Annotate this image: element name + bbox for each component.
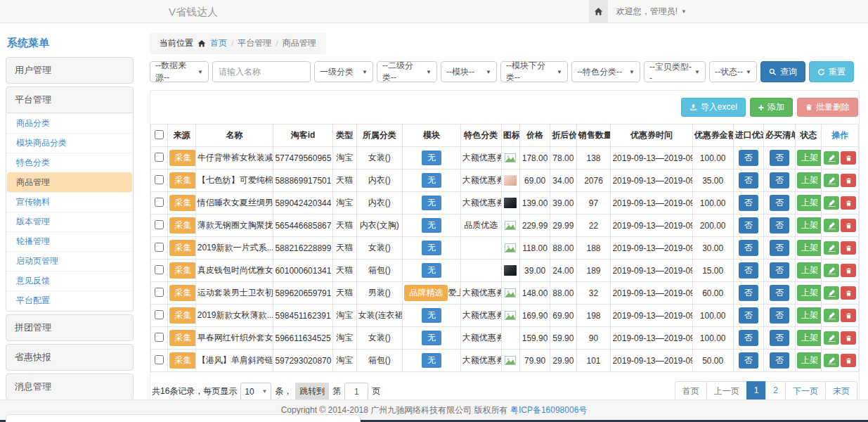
edit-button[interactable] [824, 354, 839, 367]
import-pick-toggle[interactable]: 否 [739, 285, 758, 301]
row-checkbox[interactable] [155, 310, 164, 319]
sidebar-item[interactable]: 商品分类 [7, 114, 132, 133]
delete-button[interactable] [841, 309, 856, 322]
reset-button[interactable]: 重置 [809, 61, 854, 82]
page-button[interactable]: 2 [765, 381, 786, 402]
import-pick-toggle[interactable]: 否 [739, 262, 758, 279]
module-badge[interactable]: 无 [422, 241, 441, 255]
import-pick-toggle[interactable]: 否 [739, 330, 758, 346]
edit-button[interactable] [824, 241, 839, 255]
delete-button[interactable] [841, 354, 856, 367]
status-toggle[interactable]: 上架 [797, 217, 822, 234]
module-badge[interactable]: 无 [422, 353, 441, 368]
sidebar-item[interactable]: 商品管理 [7, 172, 132, 192]
status-toggle[interactable]: 上架 [797, 195, 822, 211]
filter-select[interactable]: --特色分类--▼ [571, 61, 640, 82]
delete-button[interactable] [841, 331, 856, 345]
edit-button[interactable] [824, 174, 839, 187]
must-buy-toggle[interactable]: 否 [770, 285, 789, 301]
import-pick-toggle[interactable]: 否 [739, 195, 758, 211]
sidebar-item[interactable]: 特色分类 [7, 153, 132, 172]
page-button[interactable]: 上一页 [706, 381, 747, 402]
add-button[interactable]: + 添加 [750, 98, 793, 117]
import-pick-toggle[interactable]: 否 [739, 217, 758, 234]
status-toggle[interactable]: 上架 [797, 307, 822, 324]
status-toggle[interactable]: 上架 [797, 240, 822, 256]
page-button[interactable]: 1 [746, 381, 767, 402]
sidebar-item[interactable]: 宣传物料 [7, 192, 132, 212]
module-badge[interactable]: 无 [422, 196, 441, 210]
batch-delete-button[interactable]: 批量删除 [797, 98, 858, 117]
filter-select[interactable]: 一级分类▼ [314, 61, 373, 82]
must-buy-toggle[interactable]: 否 [770, 150, 789, 166]
delete-button[interactable] [841, 264, 856, 277]
row-checkbox[interactable] [155, 220, 164, 229]
user-menu[interactable]: 欢迎您，管理员! ▼ [608, 0, 695, 23]
module-badge[interactable]: 无 [422, 151, 441, 165]
sidebar-item[interactable]: 启动页管理 [7, 251, 132, 271]
row-checkbox[interactable] [155, 175, 164, 184]
delete-button[interactable] [841, 241, 856, 255]
edit-button[interactable] [824, 219, 839, 232]
must-buy-toggle[interactable]: 否 [770, 240, 789, 256]
row-checkbox[interactable] [155, 333, 164, 342]
module-badge[interactable]: 无 [422, 173, 441, 188]
must-buy-toggle[interactable]: 否 [770, 330, 789, 346]
status-toggle[interactable]: 上架 [797, 172, 822, 188]
query-button[interactable]: 查询 [760, 61, 805, 82]
filter-select[interactable]: --模块--▼ [441, 61, 497, 82]
page-button[interactable]: 末页 [825, 381, 857, 402]
edit-button[interactable] [824, 264, 839, 277]
status-toggle[interactable]: 上架 [797, 330, 822, 346]
import-excel-button[interactable]: 导入excel [681, 98, 746, 117]
must-buy-toggle[interactable]: 否 [770, 307, 789, 324]
must-buy-toggle[interactable]: 否 [770, 195, 789, 211]
sidebar-item[interactable]: 意见反馈 [7, 271, 132, 290]
edit-button[interactable] [824, 309, 839, 322]
import-pick-toggle[interactable]: 否 [739, 150, 758, 166]
sidebar-item[interactable]: 版本管理 [7, 212, 132, 231]
delete-button[interactable] [841, 151, 856, 165]
icp-link[interactable]: 粤ICP备16098006号 [510, 405, 587, 415]
must-buy-toggle[interactable]: 否 [770, 217, 789, 234]
module-badge[interactable]: 无 [422, 308, 441, 323]
page-button[interactable]: 首页 [675, 381, 707, 402]
name-search-input[interactable] [212, 61, 311, 82]
must-buy-toggle[interactable]: 否 [770, 172, 789, 188]
page-button[interactable]: 下一页 [785, 381, 826, 402]
edit-button[interactable] [824, 151, 839, 165]
breadcrumb-home-link[interactable]: 首页 [210, 37, 227, 49]
sidebar-group-heading[interactable]: 消息管理 [6, 373, 134, 400]
jump-to-button[interactable]: 跳转到 [295, 383, 329, 400]
row-checkbox[interactable] [155, 198, 164, 207]
status-toggle[interactable]: 上架 [797, 352, 822, 369]
sidebar-group-heading[interactable]: 省惠快报 [6, 344, 134, 371]
page-number-input[interactable] [344, 383, 368, 401]
status-toggle[interactable]: 上架 [797, 150, 822, 166]
home-button[interactable] [589, 0, 608, 23]
filter-select[interactable]: --数据来源--▼ [150, 61, 209, 82]
must-buy-toggle[interactable]: 否 [770, 352, 789, 369]
status-toggle[interactable]: 上架 [797, 285, 822, 301]
sidebar-item[interactable]: 模块商品分类 [7, 133, 132, 153]
import-pick-toggle[interactable]: 否 [739, 307, 758, 324]
sidebar-group-heading[interactable]: 平台管理 [6, 87, 134, 113]
status-toggle[interactable]: 上架 [797, 262, 822, 279]
row-checkbox[interactable] [155, 243, 164, 252]
module-badge[interactable]: 品牌精选 [404, 285, 448, 301]
module-badge[interactable]: 无 [422, 331, 441, 345]
filter-select[interactable]: --二级分类--▼ [377, 61, 437, 82]
import-pick-toggle[interactable]: 否 [739, 172, 758, 188]
module-badge[interactable]: 无 [422, 218, 441, 233]
row-checkbox[interactable] [155, 153, 164, 162]
import-pick-toggle[interactable]: 否 [739, 240, 758, 256]
select-all-checkbox[interactable] [155, 130, 164, 139]
delete-button[interactable] [841, 196, 856, 210]
delete-button[interactable] [841, 219, 856, 232]
module-badge[interactable]: 无 [422, 263, 441, 278]
row-checkbox[interactable] [155, 265, 164, 274]
filter-select[interactable]: --状态--▼ [709, 61, 757, 82]
filter-select[interactable]: --模块下分类--▼ [500, 61, 568, 82]
delete-button[interactable] [841, 286, 856, 300]
per-page-select[interactable]: 10 ▼ [240, 383, 271, 401]
